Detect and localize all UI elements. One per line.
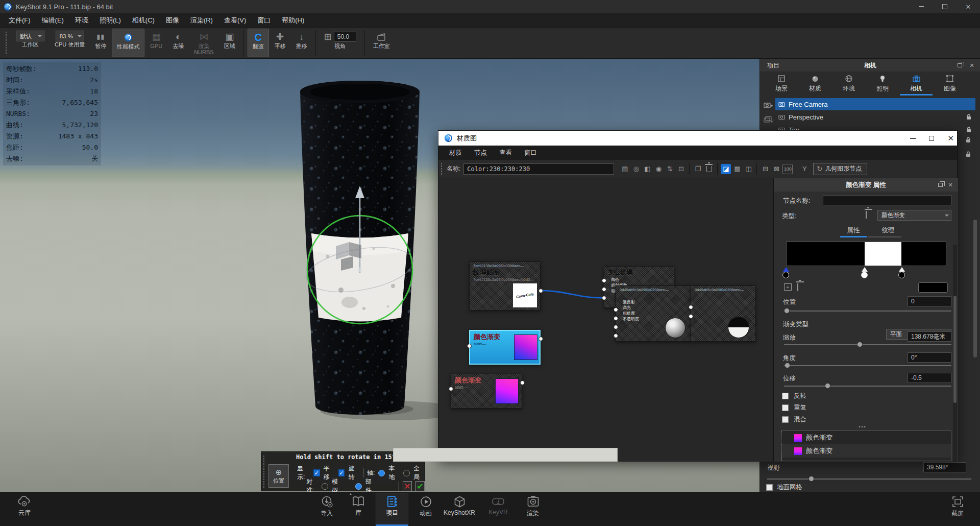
properties-scrollbar[interactable] xyxy=(953,245,957,462)
confirm-button[interactable]: ✔ xyxy=(415,481,425,492)
tab-camera[interactable]: 相机 xyxy=(900,73,933,95)
copy-icon[interactable]: ❐ xyxy=(693,164,703,174)
performance-mode-button[interactable]: 性能模式 xyxy=(112,29,144,57)
pan-button[interactable]: ✚ 平移 xyxy=(270,29,290,57)
geometry-node-button[interactable]: ↻ 几何图形节点 xyxy=(813,163,867,175)
checker-icon[interactable]: ◧ xyxy=(642,164,652,174)
blend-checkbox[interactable] xyxy=(782,416,789,423)
studio-button[interactable]: 工作室 xyxy=(369,29,395,57)
input-port[interactable] xyxy=(602,296,606,300)
menu-help[interactable]: 帮助(H) xyxy=(276,13,310,28)
repeat-checkbox[interactable] xyxy=(782,404,789,411)
preview-icon[interactable]: ◉ xyxy=(653,164,664,174)
add-stop-icon[interactable]: + xyxy=(784,283,792,291)
splitter-dots[interactable]: ••• xyxy=(774,424,951,429)
graph-menu-material[interactable]: 材质 xyxy=(444,149,468,157)
material-graph-titlebar[interactable]: 材质图 ✕ xyxy=(438,131,957,146)
node-graph-canvas[interactable]: 7ce92135c3a09f0c0398aec— 纹理贴图 7ce92135c3… xyxy=(438,178,774,462)
taskbar-keyshotxr[interactable]: KeyShotXR xyxy=(439,493,480,525)
menu-camera[interactable]: 相机(C) xyxy=(127,13,160,28)
save-icon[interactable]: ▤ xyxy=(620,164,630,174)
tumble-button[interactable]: C 翻滚 xyxy=(248,29,269,57)
input-port[interactable] xyxy=(602,278,606,283)
invert-checkbox[interactable] xyxy=(782,393,789,399)
close-button[interactable]: ✕ xyxy=(957,0,980,13)
input-port[interactable] xyxy=(602,287,606,292)
weight-icon[interactable]: ⊡ xyxy=(676,164,686,174)
node-name-input[interactable] xyxy=(823,195,951,205)
node-color-gradient[interactable]: 颜色渐变 b0d5— xyxy=(451,374,522,409)
layout-icon[interactable]: ⊟ xyxy=(760,164,770,174)
delete-stop-icon[interactable] xyxy=(797,283,798,291)
duplicate-camera-icon[interactable] xyxy=(764,115,773,124)
graph-menu-window[interactable]: 窗口 xyxy=(519,149,543,157)
node-plastic[interactable]: 0d45ab5c3a09f0c0398aec— 漫反射 高光 粗糙度 不透明度 xyxy=(616,285,691,342)
cancel-button[interactable]: ✕ xyxy=(403,481,412,492)
angle-slider[interactable] xyxy=(784,365,951,366)
graph-menu-node[interactable]: 节点 xyxy=(469,149,493,157)
menu-view[interactable]: 查看(V) xyxy=(218,13,252,28)
add-camera-icon[interactable] xyxy=(764,101,773,109)
gradient-stop-handle[interactable] xyxy=(899,267,905,272)
maximize-button[interactable] xyxy=(933,0,957,13)
tab-lighting[interactable]: 照明 xyxy=(866,73,899,95)
axis-local-radio[interactable] xyxy=(378,470,385,476)
position-field[interactable] xyxy=(908,296,951,306)
node-color-gradient-selected[interactable]: 颜色渐变 b0d5— xyxy=(469,330,541,365)
position-slider[interactable] xyxy=(784,310,951,312)
workspace-selector[interactable]: 默认 工作区 xyxy=(11,29,49,57)
input-port[interactable] xyxy=(614,333,618,338)
workspace-dropdown[interactable]: 默认 xyxy=(16,31,44,41)
tab-image[interactable]: 图像 xyxy=(934,73,966,95)
align-model-radio[interactable] xyxy=(322,483,328,490)
offset-slider-knob[interactable] xyxy=(825,383,830,389)
camera-row-free-camera[interactable]: Free Camera xyxy=(775,98,975,110)
angle-slider-knob[interactable] xyxy=(785,363,790,368)
taskbar-keyvr[interactable]: KeyVR xyxy=(482,493,514,525)
menu-image[interactable]: 图像 xyxy=(160,13,185,28)
tab-texture[interactable]: 纹理 xyxy=(877,226,899,235)
graph-minimize-button[interactable] xyxy=(910,138,916,139)
tab-scene[interactable]: 场景 xyxy=(765,73,798,95)
input-port[interactable] xyxy=(689,314,693,319)
dock-close-icon[interactable]: ✕ xyxy=(968,62,975,69)
graph-close-button[interactable]: ✕ xyxy=(947,134,954,143)
fit-view-icon[interactable]: ⊠ xyxy=(771,164,781,174)
fov-slider[interactable] xyxy=(767,479,971,480)
input-port[interactable] xyxy=(467,344,472,348)
show-textures-icon[interactable]: ◪ xyxy=(721,164,731,174)
camera-row-perspective[interactable]: Perspective xyxy=(775,111,975,123)
type-dropdown[interactable]: 颜色渐变 xyxy=(877,210,951,221)
taskbar-project[interactable]: 项目 xyxy=(376,493,408,525)
region-button[interactable]: ▣ 区域 xyxy=(219,29,240,57)
gradient-stop-handle[interactable] xyxy=(862,267,868,272)
gradient-stop-0[interactable] xyxy=(782,272,789,278)
toolbar-drag-handle[interactable] xyxy=(5,31,7,55)
output-port[interactable] xyxy=(520,380,525,385)
properties-header[interactable]: 颜色渐变 属性 ✕ xyxy=(774,178,958,192)
angle-field[interactable] xyxy=(908,352,951,363)
float-panel-icon[interactable] xyxy=(937,181,944,188)
input-port[interactable] xyxy=(614,307,618,312)
output-port[interactable] xyxy=(538,337,543,341)
minimize-button[interactable] xyxy=(910,0,933,13)
node-list-item[interactable]: 材质 xyxy=(781,458,951,461)
split-icon[interactable]: Y xyxy=(799,164,810,174)
pause-button[interactable]: ▮▮ 暂停 xyxy=(90,29,111,57)
menu-edit[interactable]: 编辑(E) xyxy=(36,13,69,28)
node-list-item[interactable]: 颜色渐变 xyxy=(781,431,951,444)
tab-material[interactable]: 材质 xyxy=(799,73,831,95)
show-nodes-icon[interactable]: ▦ xyxy=(732,164,742,174)
dock-fov-field[interactable] xyxy=(923,462,966,472)
gpu-button[interactable]: ▦ GPU xyxy=(145,29,167,57)
taskbar-render[interactable]: 渲染 xyxy=(517,493,549,525)
gradient-stop-handle[interactable] xyxy=(783,267,789,272)
node-list-item[interactable]: 颜色渐变 xyxy=(781,444,951,458)
overlay-drag-handle[interactable] xyxy=(263,455,265,488)
offset-slider[interactable] xyxy=(784,386,951,387)
dolly-button[interactable]: ↓ 推移 xyxy=(291,29,312,57)
gradient-stop-2[interactable] xyxy=(898,272,905,278)
denoise-button[interactable]: ◐ 去噪 xyxy=(168,29,188,57)
offset-field[interactable] xyxy=(908,373,951,383)
tab-environment[interactable]: 环境 xyxy=(832,73,865,95)
